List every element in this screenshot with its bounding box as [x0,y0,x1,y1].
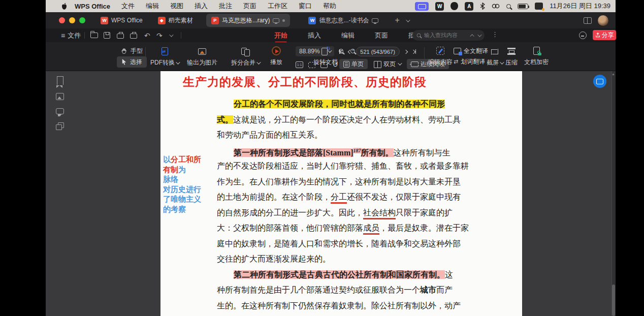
split-view-icon[interactable] [584,17,592,24]
margin-annotation-text: 的考察 [163,205,186,213]
floating-assistant-button[interactable] [593,75,606,88]
zoom-button[interactable] [79,17,85,23]
compress-button[interactable]: 压缩 [505,47,518,67]
a-badge-icon[interactable]: A [465,2,473,11]
menubar-app-name[interactable]: WPS Office [75,3,110,10]
quickbar-chevron[interactable] [169,28,172,42]
margin-annotation-line: 对历史进行 [163,184,212,195]
hand-tool-button[interactable]: 手型 [117,45,147,56]
file-menu-button[interactable]: ≡ 文件 [61,28,81,42]
ribbon-tab-page[interactable]: 页面 [375,31,388,40]
double-page-button[interactable]: 双页 [370,59,405,69]
document-line: 种所有制首先是由于几个部落通过契约或征服联合为一个城市而产 [217,282,501,298]
search-prev-icon[interactable] [470,34,474,38]
user-avatar[interactable] [598,15,608,26]
search-icon[interactable] [506,4,511,9]
app-blob-icon[interactable] [450,2,458,10]
margin-annotation-text: 了唯物主义 [163,195,201,203]
previous-page-button[interactable] [347,49,351,53]
first-page-button[interactable] [339,49,344,54]
screen-mirroring-icon[interactable] [415,2,429,11]
tab-document-pdf[interactable]: P 马克思恩格...rary) [206,14,291,27]
tab-document-word[interactable]: W 德意志意...-读书会 [303,14,383,27]
body-text: 的自然形成的分工的进一步扩大。因此， [217,208,363,217]
ribbon-tab-edit[interactable]: 编辑 [341,31,355,40]
new-tab-button[interactable]: + [395,16,399,25]
share-button[interactable]: 分享 [593,30,616,40]
scrollbar-thumb[interactable] [612,285,615,316]
body-text: 和劳动产品方面的相互关系。 [217,131,323,139]
pdf-page[interactable]: 生产力的发展、分工的不同阶段、历史的阶段 以分工和所有制为脉络对历史进行了唯物主… [160,71,522,316]
screenshot-button[interactable]: 截屏 [487,47,503,67]
word-translate-button[interactable]: ⇄ 划词翻译 [454,56,488,67]
open-button[interactable] [90,28,98,42]
file-menu-label: 文件 [68,31,81,40]
apple-icon [61,3,68,10]
single-page-button[interactable]: 单页 [339,59,368,69]
print-button[interactable] [117,28,124,42]
menu-view[interactable]: 视图 [170,2,183,11]
more-options-icon[interactable]: ⋮ [492,30,498,38]
margin-annotation-text: 对历史进行 [163,185,201,194]
rotate-document-button[interactable]: 旋转文档 [313,46,338,67]
minimize-button[interactable] [69,17,75,23]
battery-icon[interactable] [518,4,528,9]
play-button[interactable]: 播放 [270,46,282,67]
split-merge-button[interactable]: 拆分合并 [231,47,260,67]
page-indicator[interactable]: 521 (543/967) [356,47,400,56]
scroll-up-arrow-icon[interactable]: ▲ [611,72,615,76]
menu-window[interactable]: 窗口 [299,2,312,11]
apple-menu[interactable] [61,3,68,10]
tab-wps-home[interactable]: W WPS Office [101,17,143,24]
menu-insert[interactable]: 插入 [195,2,208,11]
layers-icon[interactable] [56,122,64,130]
document-lines: 分工的各个不同发展阶段，同时也就是所有制的各种不同形式。这就是说，分工的每一个阶… [217,97,501,316]
menu-help[interactable]: 帮助 [323,2,336,11]
undo-button[interactable]: ↶ [144,28,150,42]
last-page-button[interactable] [412,49,416,54]
next-page-button[interactable] [403,49,407,53]
close-button[interactable] [59,17,65,23]
search-next-icon[interactable] [477,33,481,37]
menu-annotate[interactable]: 批注 [219,2,232,11]
ribbon-tab-insert[interactable]: 插入 [308,31,321,40]
actual-size-button[interactable]: 1:1 [296,61,303,68]
menubar-clock[interactable]: 11月26日 周日 19:39 [550,2,610,11]
w-badge-icon[interactable]: W [435,2,444,11]
document-viewport: 生产力的发展、分工的不同阶段、历史的阶段 以分工和所有制为脉络对历史进行了唯物主… [46,71,616,316]
keychain-icon[interactable] [492,3,500,9]
bluetooth-icon[interactable] [480,3,485,10]
wps-logo-icon: W [101,17,108,24]
appearance-icon [579,31,587,39]
redo-button[interactable]: ↷ [156,28,163,42]
menu-workspace[interactable]: 工作区 [268,2,287,11]
menu-edit[interactable]: 编辑 [146,2,159,11]
scrollbar[interactable]: ▲ [611,71,616,316]
thumbnails-icon[interactable] [56,93,64,100]
tab-list-chevron-icon[interactable] [406,17,409,24]
export-image-button[interactable]: 输出为图片 [187,47,217,67]
appearance-button[interactable] [579,28,587,42]
menu-file[interactable]: 文件 [121,2,135,11]
bookmark-icon[interactable] [57,76,63,85]
edit-content-button[interactable]: 编辑内容 [428,46,453,67]
full-translate-button[interactable]: 全文翻译 [454,46,488,56]
yellow-highlighted-text: 式。 [217,115,233,124]
ribbon-tab-home[interactable]: 开始 [274,31,287,40]
document-line: 的自然形成的分工的进一步扩大。因此，社会结构只限于家庭的扩 [217,205,501,221]
comments-icon[interactable] [56,108,64,114]
page-indicator-value: 521 (543/967) [360,49,395,55]
single-page-icon [343,61,349,68]
select-tool-button[interactable]: 选择 [117,56,147,68]
tab-docer-store[interactable]: ◆ 稻壳素材 [158,16,193,25]
body-text: 交往的扩大而逐渐发展起来的。 [217,255,331,263]
pdf-convert-button[interactable]: PDF转换 [150,47,179,67]
search-input[interactable]: 输入查找内容 [412,30,485,41]
print-preview-button[interactable] [130,28,137,42]
user-switch-icon[interactable] [535,3,543,10]
encrypt-button[interactable]: 文档加密 [524,46,549,67]
pdf-convert-label: PDF转换 [150,58,175,67]
menu-page[interactable]: 页面 [243,2,256,11]
hand-icon [121,47,128,54]
save-button[interactable] [104,28,110,42]
